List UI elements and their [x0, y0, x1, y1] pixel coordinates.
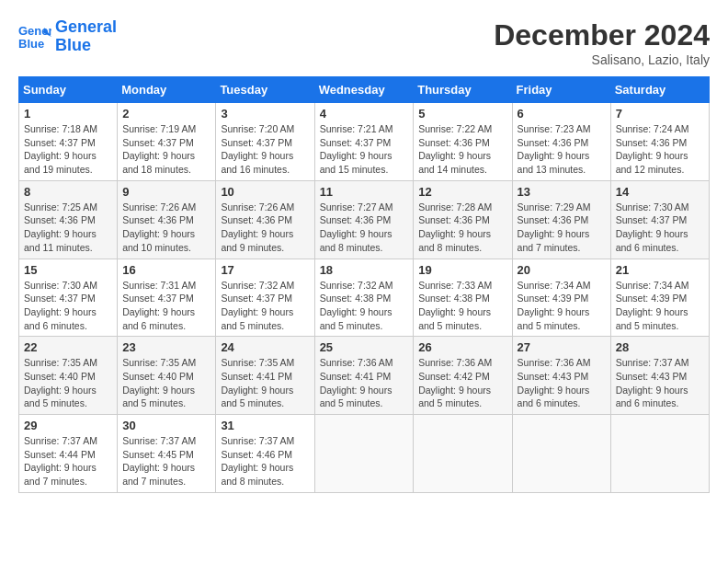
day-info: Sunrise: 7:36 AMSunset: 4:41 PMDaylight:…: [320, 356, 409, 410]
calendar-table: Sunday Monday Tuesday Wednesday Thursday…: [18, 76, 710, 493]
table-cell: 18Sunrise: 7:32 AMSunset: 4:38 PMDayligh…: [314, 259, 414, 337]
day-number: 8: [24, 185, 112, 199]
table-cell: 3Sunrise: 7:20 AMSunset: 4:37 PMDaylight…: [216, 103, 314, 181]
table-cell: [610, 415, 709, 493]
day-info: Sunrise: 7:37 AMSunset: 4:45 PMDaylight:…: [122, 434, 210, 488]
table-cell: 4Sunrise: 7:21 AMSunset: 4:37 PMDaylight…: [314, 103, 414, 181]
logo-text: General Blue: [55, 18, 117, 55]
table-cell: 9Sunrise: 7:26 AMSunset: 4:36 PMDaylight…: [118, 180, 216, 259]
day-info: Sunrise: 7:37 AMSunset: 4:46 PMDaylight:…: [221, 434, 309, 488]
day-number: 2: [122, 107, 210, 121]
table-cell: 28Sunrise: 7:37 AMSunset: 4:43 PMDayligh…: [610, 337, 709, 415]
day-info: Sunrise: 7:26 AMSunset: 4:36 PMDaylight:…: [221, 201, 309, 255]
day-number: 16: [122, 263, 210, 277]
day-number: 26: [418, 340, 506, 354]
table-cell: 20Sunrise: 7:34 AMSunset: 4:39 PMDayligh…: [512, 259, 610, 337]
table-cell: 7Sunrise: 7:24 AMSunset: 4:36 PMDaylight…: [610, 103, 709, 181]
col-tuesday: Tuesday: [216, 77, 314, 103]
day-info: Sunrise: 7:26 AMSunset: 4:36 PMDaylight:…: [122, 201, 210, 255]
day-info: Sunrise: 7:29 AMSunset: 4:36 PMDaylight:…: [518, 201, 606, 255]
day-number: 20: [518, 263, 606, 277]
day-info: Sunrise: 7:19 AMSunset: 4:37 PMDaylight:…: [122, 122, 210, 177]
table-cell: 10Sunrise: 7:26 AMSunset: 4:36 PMDayligh…: [216, 180, 314, 259]
page-header: General Blue General Blue December 2024 …: [18, 18, 710, 67]
day-number: 22: [24, 340, 112, 354]
table-cell: 1Sunrise: 7:18 AMSunset: 4:37 PMDaylight…: [19, 103, 118, 181]
logo-line2: Blue: [55, 36, 91, 54]
table-cell: 6Sunrise: 7:23 AMSunset: 4:36 PMDaylight…: [512, 103, 610, 181]
table-row: 1Sunrise: 7:18 AMSunset: 4:37 PMDaylight…: [19, 103, 710, 181]
day-number: 27: [518, 340, 606, 354]
day-number: 6: [518, 107, 606, 121]
table-cell: 8Sunrise: 7:25 AMSunset: 4:36 PMDaylight…: [19, 180, 118, 259]
day-number: 14: [616, 185, 704, 199]
table-cell: 27Sunrise: 7:36 AMSunset: 4:43 PMDayligh…: [512, 337, 610, 415]
day-number: 17: [221, 263, 309, 277]
day-number: 19: [418, 263, 506, 277]
table-cell: 15Sunrise: 7:30 AMSunset: 4:37 PMDayligh…: [19, 259, 118, 337]
day-number: 12: [418, 185, 506, 199]
day-info: Sunrise: 7:20 AMSunset: 4:37 PMDaylight:…: [221, 122, 309, 177]
day-info: Sunrise: 7:36 AMSunset: 4:43 PMDaylight:…: [518, 356, 606, 410]
day-number: 11: [320, 185, 409, 199]
location: Salisano, Lazio, Italy: [494, 52, 710, 67]
day-info: Sunrise: 7:35 AMSunset: 4:40 PMDaylight:…: [24, 356, 112, 410]
day-info: Sunrise: 7:22 AMSunset: 4:36 PMDaylight:…: [418, 122, 506, 177]
table-cell: 5Sunrise: 7:22 AMSunset: 4:36 PMDaylight…: [414, 103, 512, 181]
table-cell: 23Sunrise: 7:35 AMSunset: 4:40 PMDayligh…: [118, 337, 216, 415]
day-number: 1: [24, 107, 112, 121]
day-info: Sunrise: 7:37 AMSunset: 4:44 PMDaylight:…: [24, 434, 112, 488]
table-cell: [414, 415, 512, 493]
day-info: Sunrise: 7:32 AMSunset: 4:38 PMDaylight:…: [320, 279, 409, 333]
table-cell: 11Sunrise: 7:27 AMSunset: 4:36 PMDayligh…: [314, 180, 414, 259]
day-info: Sunrise: 7:24 AMSunset: 4:36 PMDaylight:…: [616, 122, 704, 177]
day-info: Sunrise: 7:21 AMSunset: 4:37 PMDaylight:…: [320, 122, 409, 177]
day-info: Sunrise: 7:30 AMSunset: 4:37 PMDaylight:…: [616, 201, 704, 255]
table-cell: 17Sunrise: 7:32 AMSunset: 4:37 PMDayligh…: [216, 259, 314, 337]
calendar-body: 1Sunrise: 7:18 AMSunset: 4:37 PMDaylight…: [19, 103, 710, 493]
table-cell: 31Sunrise: 7:37 AMSunset: 4:46 PMDayligh…: [216, 415, 314, 493]
day-info: Sunrise: 7:36 AMSunset: 4:42 PMDaylight:…: [418, 356, 506, 410]
day-number: 9: [122, 185, 210, 199]
day-number: 25: [320, 340, 409, 354]
table-row: 29Sunrise: 7:37 AMSunset: 4:44 PMDayligh…: [19, 415, 710, 493]
day-info: Sunrise: 7:23 AMSunset: 4:36 PMDaylight:…: [518, 122, 606, 177]
day-info: Sunrise: 7:34 AMSunset: 4:39 PMDaylight:…: [616, 279, 704, 333]
logo-icon: General Blue: [18, 20, 51, 53]
title-block: December 2024 Salisano, Lazio, Italy: [494, 18, 710, 67]
day-number: 18: [320, 263, 409, 277]
day-info: Sunrise: 7:37 AMSunset: 4:43 PMDaylight:…: [616, 356, 704, 410]
day-info: Sunrise: 7:30 AMSunset: 4:37 PMDaylight:…: [24, 279, 112, 333]
day-info: Sunrise: 7:18 AMSunset: 4:37 PMDaylight:…: [24, 122, 112, 177]
calendar-header: Sunday Monday Tuesday Wednesday Thursday…: [19, 77, 710, 103]
day-info: Sunrise: 7:34 AMSunset: 4:39 PMDaylight:…: [518, 279, 606, 333]
day-info: Sunrise: 7:32 AMSunset: 4:37 PMDaylight:…: [221, 279, 309, 333]
day-number: 5: [418, 107, 506, 121]
table-cell: 16Sunrise: 7:31 AMSunset: 4:37 PMDayligh…: [118, 259, 216, 337]
table-cell: 24Sunrise: 7:35 AMSunset: 4:41 PMDayligh…: [216, 337, 314, 415]
table-cell: 21Sunrise: 7:34 AMSunset: 4:39 PMDayligh…: [610, 259, 709, 337]
table-cell: 19Sunrise: 7:33 AMSunset: 4:38 PMDayligh…: [414, 259, 512, 337]
day-number: 13: [518, 185, 606, 199]
day-number: 24: [221, 340, 309, 354]
day-info: Sunrise: 7:27 AMSunset: 4:36 PMDaylight:…: [320, 201, 409, 255]
table-cell: 26Sunrise: 7:36 AMSunset: 4:42 PMDayligh…: [414, 337, 512, 415]
table-row: 15Sunrise: 7:30 AMSunset: 4:37 PMDayligh…: [19, 259, 710, 337]
day-number: 28: [616, 340, 704, 354]
table-cell: 12Sunrise: 7:28 AMSunset: 4:36 PMDayligh…: [414, 180, 512, 259]
table-cell: [314, 415, 414, 493]
day-number: 31: [221, 419, 309, 432]
day-info: Sunrise: 7:25 AMSunset: 4:36 PMDaylight:…: [24, 201, 112, 255]
table-cell: 29Sunrise: 7:37 AMSunset: 4:44 PMDayligh…: [19, 415, 118, 493]
day-number: 30: [122, 419, 210, 432]
table-row: 8Sunrise: 7:25 AMSunset: 4:36 PMDaylight…: [19, 180, 710, 259]
col-wednesday: Wednesday: [314, 77, 414, 103]
day-number: 3: [221, 107, 309, 121]
col-thursday: Thursday: [414, 77, 512, 103]
col-friday: Friday: [512, 77, 610, 103]
table-cell: 25Sunrise: 7:36 AMSunset: 4:41 PMDayligh…: [314, 337, 414, 415]
day-info: Sunrise: 7:33 AMSunset: 4:38 PMDaylight:…: [418, 279, 506, 333]
col-sunday: Sunday: [19, 77, 118, 103]
col-monday: Monday: [118, 77, 216, 103]
day-info: Sunrise: 7:28 AMSunset: 4:36 PMDaylight:…: [418, 201, 506, 255]
